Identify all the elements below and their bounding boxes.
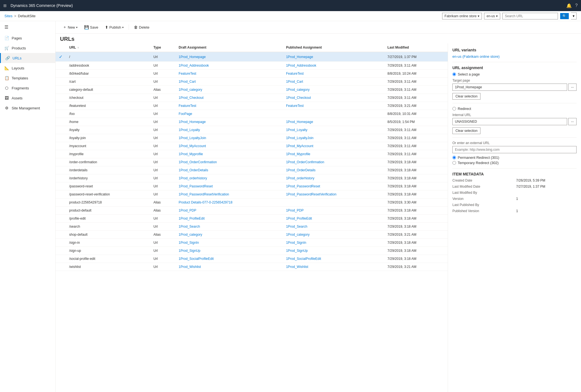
notification-icon[interactable]: 🔔 [566,3,572,8]
published-cell[interactable]: 1Prod_Search [283,223,384,231]
url-variant-link[interactable]: en-us (Fabrikam online store) [452,54,500,59]
published-link[interactable]: 1Prod_OrderConfirmation [286,160,324,164]
draft-link[interactable]: 1Prod_orderhistory [179,176,207,180]
draft-link[interactable]: 1Prod_Wishlist [179,265,201,269]
new-dropdown-arrow[interactable]: ▾ [76,26,77,29]
draft-link[interactable]: 1Prod_SignUp [179,249,200,253]
draft-link[interactable]: FooPage [179,112,192,116]
draft-link[interactable]: 1Prod_MyAccount [179,144,206,148]
draft-link[interactable]: 1Prod_SignIn [179,241,199,245]
draft-cell[interactable]: 1Prod_Search [175,223,283,231]
sidebar-item-products[interactable]: 🛒 Products [0,43,55,53]
draft-link[interactable]: 1Prod_OrderDetails [179,168,208,172]
draft-link[interactable]: 1Prod_PasswordReset [179,184,213,188]
draft-cell[interactable]: Product Details-077-0-22565429718 [175,198,283,207]
draft-cell[interactable]: 1Prod_Myprofile [175,150,283,158]
temporary-redirect-radio[interactable] [452,161,456,165]
table-row[interactable]: /loyalty-joinUrl1Prod_LoyaltyJoin1Prod_L… [56,134,448,142]
sidebar-item-urls[interactable]: 🔗 URLs [0,53,55,63]
hamburger-icon[interactable]: ☰ [0,21,55,33]
published-cell[interactable]: 1Prod_SignUp [283,247,384,255]
published-cell[interactable]: 1Prod_Homepage [283,52,384,62]
draft-cell[interactable]: 1Prod_Wishlist [175,263,283,271]
table-row[interactable]: /orderhistoryUrl1Prod_orderhistory1Prod_… [56,174,448,182]
external-url-input[interactable] [452,146,577,153]
draft-link[interactable]: 1Prod_ProfileEdit [179,217,204,220]
draft-cell[interactable]: 1Prod_PDP [175,207,283,215]
redirect-radio[interactable] [452,107,456,110]
clear-selection-2-button[interactable]: Clear selection [452,127,480,134]
published-cell[interactable] [283,198,384,207]
draft-link[interactable]: 1Prod_SocialProfileEdit [179,257,214,261]
draft-cell[interactable]: FeatureTest [175,70,283,78]
published-link[interactable]: 1Prod_category [286,88,310,92]
table-row[interactable]: /b0rked/fubarUrlFeatureTestFeatureTest8/… [56,70,448,78]
col-modified[interactable]: Last Modified [384,43,448,52]
draft-cell[interactable]: 1Prod_MyAccount [175,142,283,150]
published-cell[interactable]: FeatureTest [283,70,384,78]
draft-link[interactable]: 1Prod_OrderConfirmation [179,160,217,164]
draft-link[interactable]: 1Prod_Addressbook [179,64,209,67]
draft-link[interactable]: 1Prod_category [179,233,202,237]
sidebar-item-layouts[interactable]: 📐 Layouts [0,63,55,73]
permanent-redirect-label[interactable]: Permanent Redirect (301) [452,155,577,160]
published-link[interactable]: 1Prod_OrderDetails [286,168,315,172]
sidebar-item-site-management[interactable]: ⚙ Site Management [0,103,55,113]
published-cell[interactable]: 1Prod_PasswordReset [283,182,384,190]
table-row[interactable]: ✓/Url1Prod_Homepage1Prod_Homepage7/27/20… [56,52,448,62]
draft-link[interactable]: FeatureTest [179,72,196,76]
temporary-redirect-label[interactable]: Temporary Redirect (302) [452,161,577,165]
draft-link[interactable]: 1Prod_category [179,88,202,92]
published-cell[interactable]: 1Prod_OrderDetails [283,166,384,174]
draft-cell[interactable]: 1Prod_Checkout [175,94,283,102]
draft-cell[interactable]: 1Prod_PasswordResetVerification [175,190,283,198]
published-cell[interactable]: 1Prod_SignIn [283,239,384,247]
draft-link[interactable]: 1Prod_LoyaltyJoin [179,136,206,140]
table-row[interactable]: /social-profile-editUrl1Prod_SocialProfi… [56,255,448,263]
draft-cell[interactable]: 1Prod_orderhistory [175,174,283,182]
col-url[interactable]: URL ↑ [66,43,150,52]
publish-button[interactable]: ⬆ Publish ▾ [102,24,127,31]
table-row[interactable]: /checkoutUrl1Prod_Checkout1Prod_Checkout… [56,94,448,102]
published-cell[interactable]: 1Prod_Myprofile [283,150,384,158]
table-row[interactable]: /sign-inUrl1Prod_SignIn1Prod_SignIn7/29/… [56,239,448,247]
published-cell[interactable]: 1Prod_SocialProfileEdit [283,255,384,263]
internal-url-dots-button[interactable]: ··· [568,118,577,125]
published-link[interactable]: 1Prod_category [286,233,310,237]
table-row[interactable]: /profile-editUrl1Prod_ProfileEdit1Prod_P… [56,215,448,223]
table-row[interactable]: /cartUrl1Prod_Cart1Prod_Cart7/29/2019, 3… [56,78,448,86]
table-row[interactable]: /password-reset-verificationUrl1Prod_Pas… [56,190,448,198]
published-link[interactable]: 1Prod_Search [286,225,307,228]
table-row[interactable]: /addressbookUrl1Prod_Addressbook1Prod_Ad… [56,62,448,70]
sidebar-item-pages[interactable]: 📄 Pages [0,33,55,43]
published-link[interactable]: 1Prod_SignUp [286,249,308,253]
table-row[interactable]: /searchUrl1Prod_Search1Prod_Search7/29/2… [56,223,448,231]
published-link[interactable]: 1Prod_MyAccount [286,144,313,148]
draft-cell[interactable]: 1Prod_Cart [175,78,283,86]
published-cell[interactable]: 1Prod_ProfileEdit [283,215,384,223]
table-row[interactable]: product-defaultAlias1Prod_PDP1Prod_PDP7/… [56,207,448,215]
draft-cell[interactable]: 1Prod_Loyalty [175,126,283,134]
published-cell[interactable]: FeatureTest [283,102,384,110]
published-link[interactable]: 1Prod_Loyalty [286,128,307,132]
published-cell[interactable]: 1Prod_Checkout [283,94,384,102]
published-cell[interactable]: 1Prod_Addressbook [283,62,384,70]
new-button[interactable]: ＋ New ▾ [60,23,80,31]
table-row[interactable]: /homeUrl1Prod_Homepage1Prod_Homepage8/5/… [56,118,448,126]
published-cell[interactable] [283,110,384,118]
published-link[interactable]: 1Prod_Addressbook [286,64,316,67]
search-url-dropdown[interactable]: ▾ [571,12,577,19]
select-page-radio[interactable] [452,72,456,76]
draft-cell[interactable]: 1Prod_category [175,86,283,94]
table-row[interactable]: /order-confirmationUrl1Prod_OrderConfirm… [56,158,448,166]
published-link[interactable]: 1Prod_Myprofile [286,152,310,156]
published-cell[interactable]: 1Prod_OrderConfirmation [283,158,384,166]
published-link[interactable]: 1Prod_PasswordResetVerification [286,192,336,196]
sidebar-item-templates[interactable]: 📋 Templates [0,73,55,83]
delete-button[interactable]: 🗑 Delete [131,24,152,31]
sites-link[interactable]: Sites [4,14,12,18]
draft-cell[interactable]: 1Prod_SignUp [175,247,283,255]
draft-link[interactable]: FeatureTest [179,104,196,108]
draft-cell[interactable]: 1Prod_PasswordReset [175,182,283,190]
draft-cell[interactable]: 1Prod_OrderConfirmation [175,158,283,166]
